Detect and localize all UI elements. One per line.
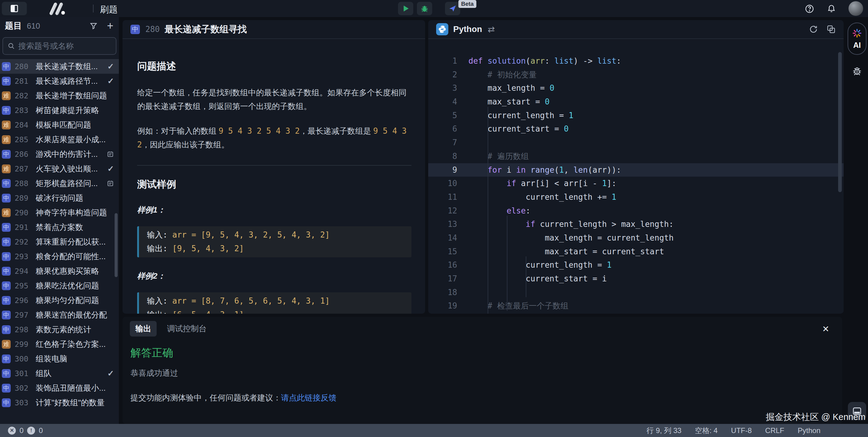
- problem-list-item[interactable]: 中 291 禁着点方案数: [0, 220, 119, 234]
- problem-title: 火车驶入驶出顺...: [36, 164, 98, 174]
- difficulty-badge: 难: [2, 121, 11, 129]
- problem-list-item[interactable]: 中 289 破冰行动问题: [0, 191, 119, 205]
- code-line[interactable]: 12 else:: [428, 204, 844, 218]
- language-mode[interactable]: Python: [798, 426, 820, 435]
- ai-assistant-button[interactable]: AI: [847, 23, 866, 55]
- problem-list-item[interactable]: 中 286 游戏中的伤害计...: [0, 147, 119, 161]
- problem-number: 284: [14, 121, 32, 129]
- code-line[interactable]: 16 current_length = 1: [428, 258, 844, 272]
- tab-debug-console[interactable]: 调试控制台: [167, 324, 207, 334]
- problem-list-item[interactable]: 中 303 计算"好数组"的数量: [0, 395, 119, 410]
- problem-list-item[interactable]: 中 302 装饰品丑陋值最小...: [0, 381, 119, 395]
- search-input[interactable]: [18, 41, 120, 51]
- problem-list-item[interactable]: 中 288 矩形棋盘路径问...: [0, 176, 119, 191]
- error-count: 0: [20, 426, 24, 435]
- problem-title: 糖果均匀分配问题: [36, 295, 99, 306]
- problem-list-item[interactable]: 中 301 组队 ✓: [0, 366, 119, 381]
- compare-changes-button[interactable]: [827, 25, 836, 34]
- problem-list-item[interactable]: 难 299 红色格子染色方案...: [0, 337, 119, 351]
- indent-guide: [488, 107, 488, 314]
- problem-number: 290: [14, 208, 32, 217]
- problem-list-item[interactable]: 中 280 最长递减子数组... ✓: [0, 59, 119, 74]
- ai-sparkle-icon: [852, 28, 862, 38]
- sidebar-scrollbar[interactable]: [115, 213, 118, 277]
- send-icon: [448, 4, 457, 13]
- problem-number: 281: [14, 77, 32, 86]
- problem-list-item[interactable]: 中 283 树苗健康提升策略: [0, 103, 119, 117]
- code-line[interactable]: 9 for i in range(1, len(arr)):: [428, 163, 844, 177]
- indentation[interactable]: 空格: 4: [695, 426, 718, 435]
- avatar[interactable]: [848, 1, 863, 16]
- problem-title: 模板串匹配问题: [36, 120, 91, 130]
- code-line[interactable]: 2 # 初始化变量: [428, 68, 844, 81]
- notifications-button[interactable]: [827, 4, 836, 14]
- cursor-position[interactable]: 行 9, 列 33: [646, 426, 681, 435]
- submit-button[interactable]: [445, 2, 460, 15]
- close-icon[interactable]: ✕: [822, 324, 829, 334]
- tab-output[interactable]: 输出: [130, 321, 157, 337]
- code-line[interactable]: 6 current_start = 0: [428, 122, 844, 136]
- debug-run-button[interactable]: [417, 2, 432, 15]
- eol-sequence[interactable]: CRLF: [765, 426, 784, 435]
- problem-content[interactable]: 问题描述 给定一个数组，任务是找到数组中的最长递减子数组。如果存在多个长度相同的…: [123, 39, 425, 314]
- reset-code-button[interactable]: [809, 25, 818, 34]
- problem-list-item[interactable]: 中 298 素数元素的统计: [0, 322, 119, 337]
- daily-calendar-icon: [107, 180, 114, 187]
- problems-sidebar: 题目 610 + 中 280 最长递减子数组... ✓ 中 281 最长递减路径…: [0, 17, 119, 424]
- problem-id: 280: [145, 25, 160, 34]
- code-line[interactable]: 8 # 遍历数组: [428, 149, 844, 163]
- add-problem-button[interactable]: +: [107, 21, 113, 30]
- run-button[interactable]: [398, 2, 413, 15]
- sidebar-toggle-button[interactable]: [2, 2, 27, 15]
- code-line[interactable]: 7: [428, 136, 844, 149]
- problem-list-item[interactable]: 难 285 水果店果篮最小成...: [0, 132, 119, 147]
- problem-list-item[interactable]: 难 290 神奇字符串构造问题: [0, 205, 119, 220]
- line-number: 1: [428, 54, 457, 68]
- problem-list-item[interactable]: 中 293 粮食分配的可能性...: [0, 249, 119, 264]
- code-line[interactable]: 1 def solution(arr: list) -> list:: [428, 54, 844, 68]
- help-button[interactable]: [805, 4, 814, 14]
- problem-list-item[interactable]: 中 297 糖果迷宫的最优分配: [0, 308, 119, 322]
- problem-list-item[interactable]: 难 284 模板串匹配问题: [0, 117, 119, 132]
- search-box[interactable]: [2, 37, 117, 55]
- difficulty-badge: 难: [2, 135, 11, 144]
- code-line[interactable]: 17 current_start = i: [428, 272, 844, 285]
- app-logo[interactable]: [48, 2, 78, 15]
- problem-list-item[interactable]: 中 294 糖果优惠购买策略: [0, 264, 119, 278]
- code-line[interactable]: 11 current_length += 1: [428, 190, 844, 204]
- editor-scrollbar[interactable]: [838, 52, 842, 192]
- problem-list-item[interactable]: 中 281 最长递减路径节... ✓: [0, 74, 119, 88]
- feedback-link[interactable]: 请点此链接反馈: [281, 393, 337, 402]
- code-line[interactable]: 3 max_length = 0: [428, 81, 844, 95]
- problem-list-item[interactable]: 难 282 最长递增子数组问题: [0, 88, 119, 103]
- problem-list-item[interactable]: 中 292 算珠重新分配以获...: [0, 234, 119, 249]
- encoding[interactable]: UTF-8: [731, 426, 752, 435]
- problem-list-item[interactable]: 中 300 组装电脑: [0, 351, 119, 366]
- code-line[interactable]: 19 # 检查最后一个子数组: [428, 299, 844, 313]
- problems-counters[interactable]: ✕ 0 ! 0: [0, 426, 43, 435]
- sample1-input-label: 输入:: [147, 230, 172, 239]
- problem-title: 树苗健康提升策略: [36, 105, 99, 116]
- code-line[interactable]: 13 if current_length > max_length:: [428, 217, 844, 231]
- editor-header: Python ⇄: [428, 20, 844, 39]
- line-number: 11: [428, 190, 457, 204]
- code-line[interactable]: 4 max_start = 0: [428, 95, 844, 109]
- code-line[interactable]: 5 current_length = 1: [428, 109, 844, 123]
- code-editor[interactable]: 1 def solution(arr: list) -> list: 2 # 初…: [428, 39, 844, 313]
- filter-button[interactable]: [89, 22, 98, 30]
- switch-language-icon[interactable]: ⇄: [488, 24, 495, 34]
- problem-number: 295: [14, 281, 32, 290]
- sample1-output-code: [9, 5, 4, 3, 2]: [172, 244, 244, 253]
- code-line[interactable]: 15 max_start = current_start: [428, 245, 844, 259]
- code-line[interactable]: 14 max_length = current_length: [428, 231, 844, 245]
- debug-tool-button[interactable]: [852, 66, 862, 76]
- problem-list-item[interactable]: 中 296 糖果均匀分配问题: [0, 293, 119, 308]
- difficulty-badge: 中: [2, 194, 11, 203]
- problem-list-item[interactable]: 中 295 糖果吃法优化问题: [0, 278, 119, 293]
- code-line[interactable]: 10 if arr[i] < arr[i - 1]:: [428, 177, 844, 190]
- right-toolbar: AI: [846, 20, 868, 424]
- code-line[interactable]: 18: [428, 285, 844, 299]
- solved-check-icon: ✓: [107, 369, 114, 378]
- problem-title: 组队: [36, 368, 52, 379]
- problem-list-item[interactable]: 难 287 火车驶入驶出顺... ✓: [0, 161, 119, 176]
